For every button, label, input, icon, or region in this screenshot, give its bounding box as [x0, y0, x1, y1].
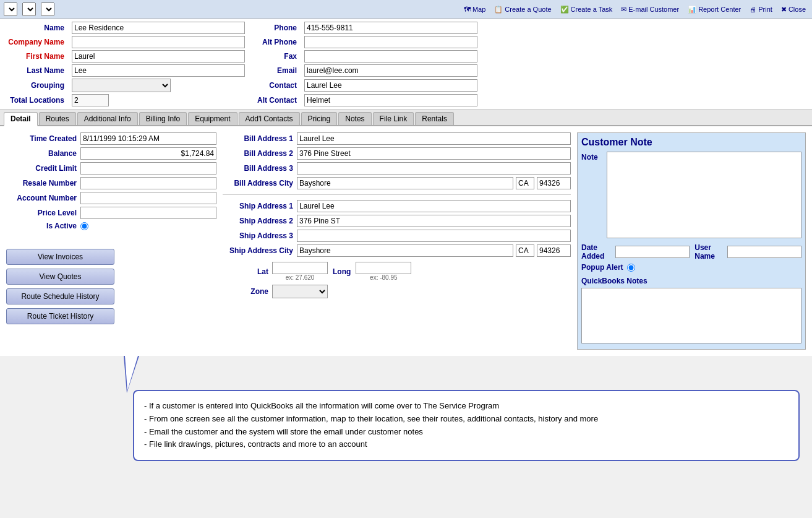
ship-address1-input[interactable] [297, 200, 571, 212]
time-created-input[interactable] [80, 132, 216, 145]
phone-label: Phone [250, 24, 299, 32]
tab-billing-info[interactable]: Billing Info [139, 112, 187, 125]
select-2[interactable] [22, 2, 36, 16]
map-icon: 🗺 [464, 6, 471, 13]
resale-number-input[interactable] [80, 177, 216, 189]
create-quote-button[interactable]: 📋 Create a Quote [492, 4, 553, 15]
email-customer-button[interactable]: ✉ E-mail Customer [618, 4, 682, 15]
ship-state-input[interactable] [516, 244, 534, 257]
bill-address3-input[interactable] [297, 162, 571, 175]
popup-alert-row: Popup Alert [581, 263, 801, 272]
is-active-radio[interactable] [80, 222, 88, 230]
create-task-button[interactable]: ✅ Create a Task [558, 4, 615, 15]
callout-box: - If a customer is entered into QuickBoo… [133, 390, 800, 461]
lat-container: ex: 27.620 [272, 262, 328, 281]
callout-arrow-svg [121, 356, 142, 393]
bill-state-input[interactable] [516, 177, 534, 189]
view-invoices-button[interactable]: View Invoices [6, 249, 114, 265]
last-name-input[interactable] [72, 64, 245, 77]
tab-file-link[interactable]: File Link [373, 112, 414, 125]
tab-addl-contacts[interactable]: Add'l Contacts [239, 112, 300, 125]
name-label: Name [5, 24, 67, 32]
bill-address3-label: Bill Address 3 [223, 164, 297, 173]
tab-notes[interactable]: Notes [338, 112, 371, 125]
price-level-input[interactable] [80, 207, 216, 219]
bill-city-label: Bill Address City [223, 179, 297, 188]
zone-label: Zone [223, 287, 272, 296]
create-task-icon: ✅ [560, 6, 569, 14]
alt-phone-label: Alt Phone [250, 38, 299, 46]
bill-address1-row: Bill Address 1 [223, 132, 571, 145]
select-1[interactable] [4, 2, 17, 16]
bill-zip-input[interactable] [537, 177, 571, 189]
alt-contact-input[interactable] [304, 94, 477, 106]
first-name-input[interactable] [72, 50, 245, 63]
tab-pricing[interactable]: Pricing [301, 112, 338, 125]
fax-label: Fax [250, 52, 299, 61]
bill-city-input[interactable] [297, 177, 513, 189]
bill-address2-row: Bill Address 2 [223, 147, 571, 160]
ship-city-label: Ship Address City [223, 246, 297, 255]
ship-city-row: Ship Address City [223, 244, 571, 257]
bill-address2-input[interactable] [297, 147, 571, 160]
popup-alert-radio[interactable] [627, 264, 635, 272]
email-label: Email [250, 66, 299, 75]
ship-address3-input[interactable] [297, 230, 571, 242]
date-added-label: Date Added [581, 243, 610, 261]
top-toolbar: 🗺 Map 📋 Create a Quote ✅ Create a Task ✉… [0, 0, 812, 19]
route-ticket-history-button[interactable]: Route Ticket History [6, 308, 114, 324]
zone-select[interactable] [272, 285, 328, 298]
is-active-row: Is Active [6, 222, 216, 230]
tab-equipment[interactable]: Equipment [188, 112, 237, 125]
phone-input[interactable] [304, 22, 477, 34]
email-icon: ✉ [621, 6, 626, 14]
close-button[interactable]: ✖ Close [779, 4, 808, 15]
tab-rentals[interactable]: Rentals [415, 112, 454, 125]
tab-routes[interactable]: Routes [39, 112, 76, 125]
date-added-input[interactable] [615, 246, 690, 258]
account-number-label: Account Number [6, 194, 80, 202]
tabs-row: Detail Routes Additional Info Billing In… [0, 110, 812, 126]
select-3[interactable] [41, 2, 54, 16]
ship-address2-input[interactable] [297, 215, 571, 227]
grouping-select[interactable] [72, 79, 171, 92]
long-label: Long [333, 267, 351, 276]
ship-city-input[interactable] [297, 244, 513, 257]
lat-hint: ex: 27.620 [272, 274, 328, 281]
bill-address1-label: Bill Address 1 [223, 134, 297, 143]
ship-zip-input[interactable] [537, 244, 571, 257]
user-name-label: User Name [694, 243, 722, 261]
close-icon: ✖ [781, 6, 787, 14]
tab-detail[interactable]: Detail [4, 112, 38, 126]
tab-additional-info[interactable]: Additional Info [77, 112, 138, 125]
bill-city-fields [297, 177, 571, 189]
print-button[interactable]: 🖨 Print [747, 4, 775, 14]
report-center-button[interactable]: 📊 Report Center [685, 4, 743, 15]
ship-address1-row: Ship Address 1 [223, 200, 571, 212]
company-input[interactable] [72, 36, 245, 48]
user-name-input[interactable] [727, 246, 801, 258]
long-input[interactable] [356, 262, 411, 274]
alt-phone-input[interactable] [304, 36, 477, 48]
alt-contact-label: Alt Contact [250, 96, 299, 105]
qb-notes-textarea[interactable] [581, 288, 801, 343]
note-textarea[interactable] [607, 152, 801, 238]
account-number-input[interactable] [80, 192, 216, 204]
fax-input[interactable] [304, 50, 477, 63]
email-input[interactable] [304, 64, 477, 77]
credit-limit-label: Credit Limit [6, 164, 80, 173]
route-schedule-history-button[interactable]: Route Schedule History [6, 288, 114, 304]
map-button[interactable]: 🗺 Map [461, 4, 488, 14]
note-fields-row: Date Added User Name [581, 243, 801, 261]
bill-address1-input[interactable] [297, 132, 571, 145]
contact-input[interactable] [304, 79, 477, 92]
create-quote-icon: 📋 [494, 6, 503, 14]
ship-address1-label: Ship Address 1 [223, 202, 297, 210]
lat-input[interactable] [272, 262, 328, 274]
view-quotes-button[interactable]: View Quotes [6, 269, 114, 285]
ship-address2-row: Ship Address 2 [223, 215, 571, 227]
balance-input[interactable] [80, 147, 216, 160]
lat-long-row: Lat ex: 27.620 Long ex: -80.95 [223, 262, 571, 281]
credit-limit-input[interactable] [80, 162, 216, 175]
name-input[interactable] [72, 22, 245, 34]
